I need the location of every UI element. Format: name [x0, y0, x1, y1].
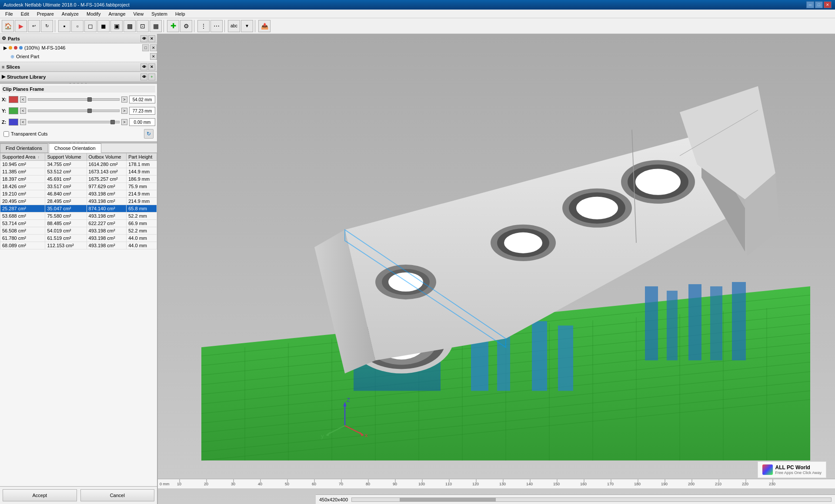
clip-x-greater[interactable]: >: [121, 96, 127, 103]
cell-row6-col0: 25.287 cm²: [0, 205, 45, 212]
toolbar-cube2[interactable]: ▫: [71, 20, 84, 32]
toolbar-settings[interactable]: ⚙: [180, 20, 192, 32]
struct-eye-btn[interactable]: 👁: [140, 73, 147, 80]
clip-planes-title: Clip Planes Frame: [2, 86, 155, 93]
scrollbar-h[interactable]: [351, 497, 832, 502]
menu-arrange[interactable]: Arrange: [105, 10, 129, 17]
toolbar-cube1[interactable]: ▪: [58, 20, 70, 32]
cancel-button[interactable]: Cancel: [80, 489, 155, 501]
clip-y-thumb: [87, 109, 92, 113]
clip-y-less[interactable]: <: [20, 108, 26, 114]
table-row[interactable]: 56.508 cm²54.019 cm²493.198 cm²52.2 mm: [0, 227, 157, 235]
clip-z-slider[interactable]: [28, 121, 120, 123]
table-row[interactable]: 68.089 cm²112.153 cm²493.198 cm²44.0 mm: [0, 242, 157, 249]
toolbar-arrow[interactable]: ▼: [241, 20, 253, 32]
menu-analyze[interactable]: Analyze: [58, 10, 82, 17]
slices-eye-btn[interactable]: 👁: [140, 63, 147, 70]
refresh-btn[interactable]: ↻: [144, 129, 154, 139]
struct-add-btn[interactable]: +: [148, 73, 155, 80]
minimize-button[interactable]: ─: [806, 1, 814, 8]
col-support-volume[interactable]: Support Volume: [45, 153, 87, 161]
tab-find-orientations[interactable]: Find Orientations: [0, 143, 48, 153]
orientations-section: Find Orientations Choose Orientation Sup…: [0, 143, 157, 486]
toolbar-cube3[interactable]: ◻: [84, 20, 97, 32]
table-row[interactable]: 18.426 cm²33.517 cm²977.629 cm²75.9 mm: [0, 183, 157, 190]
table-row[interactable]: 11.385 cm²53.512 cm²1673.143 cm²144.9 mm: [0, 168, 157, 176]
cell-row2-col1: 45.691 cm²: [45, 176, 87, 183]
toolbar-cube4[interactable]: ◼: [97, 20, 110, 32]
toolbar-new[interactable]: 🏠: [2, 20, 14, 32]
tree-expand-icon: ▶: [3, 45, 7, 51]
table-row[interactable]: 20.495 cm²28.495 cm²493.198 cm²214.9 mm: [0, 198, 157, 205]
cell-row11-col0: 68.089 cm²: [0, 242, 45, 249]
svg-text:10: 10: [177, 482, 181, 486]
tab-choose-orientation[interactable]: Choose Orientation: [49, 143, 101, 153]
menu-prepare[interactable]: Prepare: [33, 10, 57, 17]
parts-close-btn[interactable]: ✕: [148, 35, 155, 42]
toolbar-export[interactable]: 📤: [258, 20, 271, 32]
watermark: ALL PC World Free Apps One Click Away: [758, 461, 826, 478]
maximize-button[interactable]: □: [815, 1, 823, 8]
clip-y-greater[interactable]: >: [121, 108, 127, 114]
tree-part-close-btn[interactable]: ✕: [150, 44, 157, 51]
support-post-4: [558, 325, 573, 391]
cell-row2-col3: 186.9 mm: [127, 176, 157, 183]
close-button[interactable]: ✕: [824, 1, 832, 8]
toolbar-add[interactable]: ✚: [167, 20, 179, 32]
col-supported-area[interactable]: Supported Area ↑: [0, 153, 45, 161]
clip-y-slider[interactable]: [28, 109, 120, 112]
menu-system[interactable]: System: [148, 10, 171, 17]
cell-row1-col0: 11.385 cm²: [0, 168, 45, 176]
menu-file[interactable]: File: [2, 10, 17, 17]
support-right-1: [645, 286, 658, 360]
cell-row2-col2: 1675.257 cm²: [87, 176, 127, 183]
support-right-5: [732, 282, 746, 360]
menu-help[interactable]: Help: [172, 10, 189, 17]
menu-view[interactable]: View: [130, 10, 147, 17]
tree-part-box-btn[interactable]: □: [142, 44, 149, 51]
part-top-hole-3-center: [576, 197, 618, 219]
toolbar-cube7[interactable]: ⊡: [137, 20, 149, 32]
svg-text:80: 80: [366, 482, 370, 486]
col-part-height[interactable]: Part Height: [127, 153, 157, 161]
parts-eye-btn[interactable]: 👁: [140, 35, 147, 42]
toolbar-filter[interactable]: ⋮: [197, 20, 210, 32]
toolbar-dots[interactable]: ⋯: [210, 20, 223, 32]
axis-x-label: x: [365, 432, 368, 438]
toolbar-select[interactable]: abc: [228, 20, 240, 32]
menu-modify[interactable]: Modify: [83, 10, 104, 17]
tree-orient-close-btn[interactable]: ✕: [150, 53, 157, 60]
struct-label: Structure Library: [7, 74, 46, 80]
accept-button[interactable]: Accept: [3, 489, 77, 501]
slices-close-btn[interactable]: ✕: [148, 63, 155, 70]
table-row[interactable]: 61.780 cm²61.519 cm²493.198 cm²44.0 mm: [0, 235, 157, 242]
table-row[interactable]: 25.287 cm²35.047 cm²874.140 cm²65.8 mm: [0, 205, 157, 212]
toolbar-cube6[interactable]: ▩: [124, 20, 136, 32]
tree-item-orient[interactable]: ⊕ Orient Part ✕: [0, 52, 157, 61]
toolbar-save[interactable]: ↩: [28, 20, 40, 32]
tree-item-part[interactable]: ▶ (100%) M-FS-1046 □ ✕: [0, 43, 157, 52]
cell-row5-col0: 20.495 cm²: [0, 198, 45, 205]
menu-bar: File Edit Prepare Analyze Modify Arrange…: [0, 10, 835, 18]
table-row[interactable]: 53.688 cm²75.580 cm²493.198 cm²52.2 mm: [0, 212, 157, 220]
toolbar-cube5[interactable]: ▣: [110, 20, 123, 32]
clip-x-slider[interactable]: [28, 98, 120, 101]
menu-edit[interactable]: Edit: [17, 10, 33, 17]
svg-text:60: 60: [312, 482, 316, 486]
clip-z-greater[interactable]: >: [121, 119, 127, 125]
toolbar-refresh[interactable]: ↻: [41, 20, 53, 32]
cell-row3-col2: 977.629 cm²: [87, 183, 127, 190]
transparent-cuts-checkbox[interactable]: [3, 131, 9, 137]
parts-label: Parts: [8, 36, 20, 41]
toolbar-cube8[interactable]: ▦: [150, 20, 162, 32]
clip-x-less[interactable]: <: [20, 96, 26, 103]
table-row[interactable]: 53.714 cm²88.485 cm²622.227 cm²66.9 mm: [0, 220, 157, 227]
table-row[interactable]: 10.945 cm²34.755 cm²1614.280 cm²178.1 mm: [0, 161, 157, 168]
clip-z-less[interactable]: <: [20, 119, 26, 125]
table-row[interactable]: 19.210 cm²46.840 cm²493.198 cm²214.9 mm: [0, 190, 157, 198]
toolbar-open[interactable]: ▶: [15, 20, 27, 32]
cell-row8-col3: 66.9 mm: [127, 220, 157, 227]
col-outbox-volume[interactable]: Outbox Volume: [87, 153, 127, 161]
svg-text:140: 140: [526, 482, 533, 486]
table-row[interactable]: 18.397 cm²45.691 cm²1675.257 cm²186.9 mm: [0, 176, 157, 183]
